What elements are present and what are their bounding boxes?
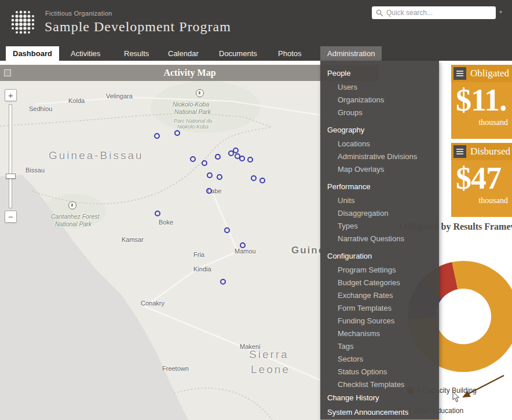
- menu-item-groups[interactable]: Groups: [320, 106, 439, 119]
- org-name: Fictitious Organization: [45, 10, 112, 17]
- map-label-niokolo-koba: Niokolo-Koba: [173, 101, 209, 108]
- app-header: Fictitious Organization Sample Developme…: [0, 0, 512, 46]
- tab-calendar[interactable]: Calendar: [161, 46, 206, 61]
- org-logo: [6, 5, 39, 39]
- zoom-slider-handle[interactable]: [6, 174, 16, 179]
- menu-item-exchange-rates[interactable]: Exchange Rates: [320, 289, 439, 301]
- app-window: Fictitious Organization Sample Developme…: [0, 0, 512, 420]
- menu-item-funding-sources[interactable]: Funding Sources: [320, 314, 439, 327]
- activity-marker[interactable]: [215, 154, 221, 160]
- nav-tabs: DashboardActivitiesResultsCalendarDocume…: [0, 46, 512, 61]
- activity-marker[interactable]: [217, 174, 222, 180]
- menu-section-people: People: [320, 62, 439, 80]
- menu-item-tags[interactable]: Tags: [320, 340, 439, 352]
- menu-section-performance: Performance: [320, 175, 439, 194]
- activity-marker[interactable]: [154, 133, 160, 139]
- menu-item-form-templates[interactable]: Form Templates: [320, 301, 439, 314]
- tile-value: $11.: [451, 82, 512, 118]
- search-box[interactable]: [372, 6, 496, 19]
- tab-dashboard[interactable]: Dashboard: [6, 46, 59, 61]
- map-label-kindia: Kindia: [193, 266, 211, 272]
- menu-item-organizations[interactable]: Organizations: [320, 93, 439, 106]
- map-label-sierra: Sierra: [249, 348, 289, 361]
- tab-photos[interactable]: Photos: [271, 46, 308, 61]
- map-label-guinea-bissau: Guinea-Bissau: [49, 149, 144, 162]
- map-label-boke: Boke: [159, 219, 173, 226]
- menu-section-configuration: Configuration: [320, 245, 439, 263]
- menu-item-checklist-templates[interactable]: Checklist Templates: [320, 378, 439, 390]
- menu-item-users[interactable]: Users: [320, 80, 439, 93]
- map-label-velingara: Velingara: [106, 93, 133, 100]
- admin-menu: PeopleUsersOrganizationsGroupsGeographyL…: [320, 61, 439, 420]
- activity-marker[interactable]: [259, 178, 265, 183]
- menu-item-disaggregation[interactable]: Disaggregation: [320, 207, 439, 219]
- menu-item-budget-categories[interactable]: Budget Categories: [320, 276, 439, 289]
- tab-documents[interactable]: Documents: [212, 46, 264, 61]
- tab-administration[interactable]: Administration: [320, 46, 382, 61]
- tile-value: $47: [451, 160, 512, 196]
- tile-menu-icon[interactable]: [454, 145, 466, 158]
- activity-marker[interactable]: [240, 242, 246, 248]
- activity-marker[interactable]: [239, 156, 245, 161]
- tile-menu-icon[interactable]: [454, 67, 466, 80]
- map-label-kolda: Kolda: [68, 97, 85, 104]
- kpi-tile-obligated: Obligated $11. thousand: [451, 65, 512, 139]
- activity-marker[interactable]: [174, 130, 180, 136]
- map-label-parc-national-du: Parc National du: [174, 118, 213, 124]
- activity-marker[interactable]: [220, 279, 226, 285]
- menu-item-locations[interactable]: Locations: [320, 137, 439, 150]
- mouse-cursor: [452, 392, 462, 403]
- menu-item-narrative-questions[interactable]: Narrative Questions: [320, 232, 439, 245]
- activity-marker[interactable]: [202, 160, 207, 166]
- activity-marker[interactable]: [224, 227, 230, 233]
- activity-marker[interactable]: [155, 211, 160, 216]
- tile-unit: thousand: [451, 118, 512, 127]
- search-dropdown-caret-icon[interactable]: ▾: [499, 9, 502, 15]
- activity-marker[interactable]: [206, 188, 212, 194]
- map-label-niokolo-koba: Niokolo-Koba: [177, 124, 209, 130]
- map-label-freetown: Freetown: [162, 365, 189, 372]
- menu-item-mechanisms[interactable]: Mechanisms: [320, 327, 439, 340]
- map-label-bissau: Bissau: [25, 167, 45, 174]
- map-label-leone: Leone: [251, 363, 290, 376]
- activity-marker[interactable]: [251, 175, 257, 181]
- tab-activities[interactable]: Activities: [64, 46, 107, 61]
- map-label-mamou: Mamou: [235, 248, 256, 255]
- program-title: Sample Development Program: [45, 19, 231, 35]
- menu-item-administrative-divisions[interactable]: Administrative Divisions: [320, 150, 439, 163]
- map-label-national-park: National Park: [174, 108, 211, 115]
- menu-item-map-overlays[interactable]: Map Overlays: [320, 163, 439, 175]
- tile-title: Obligated: [470, 68, 509, 79]
- menu-item-sectors[interactable]: Sectors: [320, 352, 439, 365]
- search-icon: [376, 9, 383, 17]
- menu-item-system-announcements[interactable]: System Announcements: [320, 405, 439, 419]
- activity-marker[interactable]: [190, 156, 196, 162]
- menu-item-change-history[interactable]: Change History: [320, 390, 439, 405]
- tile-unit: thousand: [451, 196, 512, 205]
- zoom-out-button[interactable]: −: [5, 211, 17, 223]
- expand-icon[interactable]: [4, 69, 11, 76]
- map-label-national-park: National Park: [55, 220, 92, 227]
- menu-item-status-options[interactable]: Status Options: [320, 365, 439, 378]
- park-icon: [196, 89, 204, 97]
- kpi-tile-disbursed: Disbursed $47 thousand: [451, 143, 512, 217]
- menu-item-types[interactable]: Types: [320, 219, 439, 232]
- map-label-sedhiou: Sedhiou: [29, 105, 52, 112]
- menu-section-geography: Geography: [320, 119, 439, 137]
- menu-item-program-settings[interactable]: Program Settings: [320, 263, 439, 276]
- zoom-slider-track[interactable]: [9, 104, 12, 208]
- zoom-in-button[interactable]: +: [5, 89, 17, 101]
- map-label-cantanhez-forest: Cantanhez Forest: [51, 213, 99, 220]
- activity-map-title: Activity Map: [163, 68, 215, 78]
- activity-marker[interactable]: [247, 157, 253, 163]
- tile-title: Disbursed: [470, 146, 510, 157]
- map-label-fria: Fria: [193, 251, 204, 258]
- search-input[interactable]: [386, 9, 492, 17]
- map-label-kamsar: Kamsar: [122, 236, 144, 243]
- activity-marker[interactable]: [207, 172, 213, 178]
- activity-marker[interactable]: [233, 148, 239, 153]
- park-icon: [68, 201, 76, 209]
- tab-results[interactable]: Results: [117, 46, 156, 61]
- map-label-conakry: Conakry: [141, 300, 164, 307]
- menu-item-units[interactable]: Units: [320, 194, 439, 207]
